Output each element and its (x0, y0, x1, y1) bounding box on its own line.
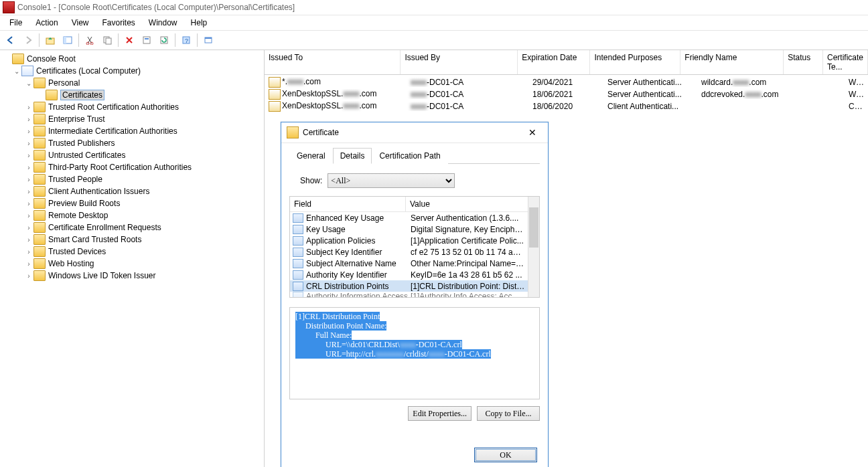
help-button[interactable]: ? (178, 32, 194, 48)
tree-item[interactable]: ›Trusted Devices (0, 246, 264, 258)
extension-icon (293, 292, 303, 297)
tree-item[interactable]: ›Trusted Root Certification Authorities (0, 101, 264, 113)
separator (118, 33, 119, 47)
menu-file[interactable]: File (4, 17, 27, 29)
copy-to-file-button[interactable]: Copy to File... (477, 406, 540, 421)
delete-button[interactable] (121, 32, 137, 48)
scrollbar-thumb[interactable] (529, 207, 538, 248)
tree-certificates-leaf[interactable]: Certificates (0, 89, 264, 101)
field-row[interactable]: Key UsageDigital Signature, Key Encipher… (290, 223, 528, 235)
tree-item[interactable]: ›Web Hosting (0, 258, 264, 270)
svg-rect-13 (205, 37, 212, 39)
show-label: Show: (300, 176, 322, 185)
field-row[interactable]: Enhanced Key UsageServer Authentication … (290, 212, 528, 223)
tab-general[interactable]: General (289, 148, 333, 164)
tree-item[interactable]: ›Third-Party Root Certification Authorit… (0, 161, 264, 173)
close-button[interactable]: ✕ (522, 127, 542, 138)
folder-icon (33, 126, 46, 136)
dialog-titlebar[interactable]: Certificate ✕ (281, 122, 548, 143)
col-field[interactable]: Field (290, 197, 406, 211)
folder-icon (33, 186, 46, 197)
svg-text:?: ? (185, 37, 188, 44)
forward-button[interactable] (20, 32, 36, 48)
app-icon (3, 1, 15, 13)
refresh-button[interactable] (156, 32, 172, 48)
folder-icon (33, 78, 46, 88)
properties-button[interactable] (139, 32, 155, 48)
tree-certificates-local[interactable]: ⌄Certificates (Local Computer) (0, 65, 264, 77)
show-select[interactable]: <All> (328, 173, 455, 188)
certificate-icon (287, 126, 299, 138)
tab-certification-path[interactable]: Certification Path (372, 148, 447, 164)
folder-icon (33, 114, 46, 124)
tree-item[interactable]: ›Intermediate Certification Authorities (0, 125, 264, 137)
ok-button[interactable]: OK (474, 448, 537, 462)
tab-details[interactable]: Details (333, 148, 372, 164)
col-status[interactable]: Status (784, 50, 823, 74)
show-hide-tree-button[interactable] (60, 32, 76, 48)
up-button[interactable] (42, 32, 58, 48)
col-friendly-name[interactable]: Friendly Name (680, 50, 784, 74)
certificate-row[interactable]: XenDesktopSSL.xxxx.comxxxx-DC01-CA18/06/… (265, 100, 868, 112)
extension-icon (293, 248, 303, 257)
col-value[interactable]: Value (406, 197, 528, 211)
certificate-icon (269, 77, 281, 88)
new-window-button[interactable] (200, 32, 216, 48)
menubar: File Action View Favorites Window Help (0, 15, 868, 31)
toolbar: ? (0, 31, 868, 50)
edit-properties-button[interactable]: Edit Properties... (408, 406, 472, 421)
tree-item[interactable]: ›Untrusted Certificates (0, 149, 264, 161)
tree-item[interactable]: ›Preview Build Roots (0, 197, 264, 209)
separator (78, 33, 79, 47)
col-issued-to[interactable]: Issued To (265, 50, 401, 74)
folder-icon (46, 90, 58, 100)
certificate-row[interactable]: *.xxxx.comxxxx-DC01-CA29/04/2021Server A… (265, 76, 868, 88)
tree-item[interactable]: ›Trusted Publishers (0, 137, 264, 149)
folder-icon (33, 162, 46, 173)
col-issued-by[interactable]: Issued By (401, 50, 518, 74)
tree-item[interactable]: ›Enterprise Trust (0, 113, 264, 125)
tree-item[interactable]: ›Certificate Enrollment Requests (0, 221, 264, 234)
field-row[interactable]: Subject Key Identifiercf e2 75 13 52 01 … (290, 246, 528, 258)
extension-icon (293, 270, 303, 280)
tree-pane[interactable]: Console Root ⌄Certificates (Local Comput… (0, 50, 265, 467)
scrollbar[interactable] (528, 197, 539, 297)
menu-window[interactable]: Window (143, 17, 183, 29)
copy-button[interactable] (99, 32, 115, 48)
tree-item[interactable]: ›Client Authentication Issuers (0, 185, 264, 197)
certificate-row[interactable]: XenDesktopSSL.xxxx.comxxxx-DC01-CA18/06/… (265, 88, 868, 100)
folder-icon (33, 198, 46, 209)
list-header[interactable]: Issued To Issued By Expiration Date Inte… (265, 50, 868, 75)
tree-console-root[interactable]: Console Root (0, 53, 264, 65)
certificate-icon (269, 101, 281, 112)
menu-help[interactable]: Help (186, 17, 213, 29)
fields-list[interactable]: Field Value Enhanced Key UsageServer Aut… (289, 196, 540, 298)
dialog-tabs: General Details Certification Path (289, 147, 540, 164)
tree-personal[interactable]: ⌄Personal (0, 77, 264, 89)
field-row[interactable]: Subject Alternative NameOther Name:Princ… (290, 258, 528, 269)
field-row[interactable]: Application Policies[1]Application Certi… (290, 235, 528, 246)
back-button[interactable] (3, 32, 19, 48)
field-detail[interactable]: [1]CRL Distribution Point Distribution P… (289, 307, 540, 399)
col-template[interactable]: Certificate Te... (823, 50, 868, 74)
cut-button[interactable] (82, 32, 98, 48)
menu-favorites[interactable]: Favorites (97, 17, 141, 29)
window-title: Console1 - [Console Root\Certificates (L… (17, 3, 295, 12)
separator (39, 33, 40, 47)
field-row[interactable]: CRL Distribution Points[1]CRL Distributi… (290, 280, 528, 292)
tree-item[interactable]: ›Smart Card Trusted Roots (0, 234, 264, 246)
tree-item[interactable]: ›Windows Live ID Token Issuer (0, 270, 264, 282)
certificate-icon (269, 89, 281, 100)
dialog-title: Certificate (303, 128, 339, 137)
field-row[interactable]: Authority Information Access[1]Authority… (290, 292, 528, 297)
tree-item[interactable]: ›Trusted People (0, 173, 264, 185)
folder-icon (33, 102, 46, 112)
extension-icon (293, 236, 303, 246)
col-purposes[interactable]: Intended Purposes (590, 50, 680, 74)
tree-item[interactable]: ›Remote Desktop (0, 209, 264, 221)
menu-action[interactable]: Action (30, 17, 63, 29)
menu-view[interactable]: View (66, 17, 94, 29)
field-row[interactable]: Authority Key IdentifierKeyID=6e 1a 43 2… (290, 269, 528, 280)
folder-icon (33, 174, 46, 185)
col-expiration[interactable]: Expiration Date (518, 50, 590, 74)
